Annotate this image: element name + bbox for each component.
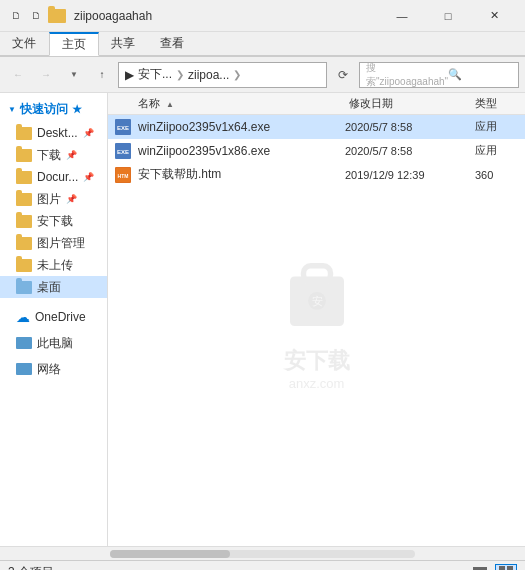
horizontal-scrollbar[interactable] — [0, 546, 525, 560]
refresh-button[interactable]: ⟳ — [331, 63, 355, 87]
sidebar-item-unupload[interactable]: 未上传 — [0, 254, 107, 276]
folder-icon-docs — [16, 171, 32, 184]
svg-rect-10 — [473, 567, 487, 570]
sidebar-item-zhuomian[interactable]: 桌面 — [0, 276, 107, 298]
onedrive-icon: ☁ — [16, 309, 30, 325]
col-name-header[interactable]: 名称 ▲ — [108, 96, 345, 111]
computer-icon — [16, 337, 32, 349]
sidebar-item-label: 未上传 — [37, 257, 73, 274]
svg-rect-0 — [290, 276, 344, 326]
close-button[interactable]: ✕ — [471, 0, 517, 32]
status-bar: 3 个项目 — [0, 560, 525, 570]
svg-rect-13 — [499, 566, 505, 571]
detail-view-button[interactable] — [495, 564, 517, 571]
col-date-header[interactable]: 修改日期 — [345, 96, 475, 111]
table-row[interactable]: EXE winZiipoo2395v1x86.exe 2020/5/7 8:58… — [108, 139, 525, 163]
pin-icon-3: 📌 — [83, 172, 94, 182]
sidebar-item-desktop[interactable]: Deskt... 📌 — [0, 122, 107, 144]
watermark-bag-svg: 安 — [272, 249, 362, 339]
tab-share[interactable]: 共享 — [99, 32, 148, 55]
sidebar-item-onedrive[interactable]: ☁ OneDrive — [0, 306, 107, 328]
search-placeholder: 搜索"ziipooagaahah" — [366, 61, 448, 89]
svg-text:HTM: HTM — [118, 173, 129, 179]
pin-icon: 📌 — [83, 128, 94, 138]
file-date-3: 2019/12/9 12:39 — [345, 169, 475, 181]
forward-button[interactable]: → — [34, 63, 58, 87]
title-bar: 🗋 🗋 ziipooagaahah — □ ✕ — [0, 0, 525, 32]
sidebar-item-downloads[interactable]: 下载 📌 — [0, 144, 107, 166]
sidebar-item-network[interactable]: 网络 — [0, 358, 107, 380]
sidebar-item-label: 桌面 — [37, 279, 61, 296]
ribbon: 文件 主页 共享 查看 — [0, 32, 525, 57]
file-icon-htm: HTM — [108, 167, 138, 183]
file-type-1: 应用 — [475, 119, 525, 134]
recent-locations-button[interactable]: ▼ — [62, 63, 86, 87]
address-part-1: 安下... — [138, 66, 172, 83]
view-toggle — [469, 564, 517, 571]
folder-icon-downloads — [16, 149, 32, 162]
svg-rect-14 — [507, 566, 513, 571]
sidebar: ▼ 快速访问 ★ Deskt... 📌 下载 📌 Docur... 📌 图片 📌… — [0, 93, 108, 546]
folder-icon — [48, 9, 66, 23]
sidebar-item-label: 安下载 — [37, 213, 73, 230]
exe-icon-1: EXE — [115, 119, 131, 135]
item-count: 3 个项目 — [8, 564, 54, 570]
table-row[interactable]: HTM 安下载帮助.htm 2019/12/9 12:39 360 — [108, 163, 525, 187]
doc-icon-2: 🗋 — [28, 8, 44, 24]
file-list-header: 名称 ▲ 修改日期 类型 — [108, 93, 525, 115]
address-sep-1: ❯ — [176, 69, 184, 80]
sidebar-item-anxia[interactable]: 安下载 — [0, 210, 107, 232]
tab-view[interactable]: 查看 — [148, 32, 197, 55]
pin-icon-2: 📌 — [66, 150, 77, 160]
file-list: 安 安下载 anxz.com 名称 ▲ 修改日期 类型 — [108, 93, 525, 546]
pin-icon-4: 📌 — [66, 194, 77, 204]
up-button[interactable]: ↑ — [90, 63, 114, 87]
sidebar-item-label: Deskt... — [37, 126, 78, 140]
address-bar[interactable]: ▶ 安下... ❯ ziipoa... ❯ — [118, 62, 327, 88]
col-type-header[interactable]: 类型 — [475, 96, 525, 111]
list-view-button[interactable] — [469, 564, 491, 571]
watermark: 安 安下载 anxz.com — [272, 249, 362, 390]
file-name-3: 安下载帮助.htm — [138, 166, 345, 183]
sidebar-item-pictures[interactable]: 图片 📌 — [0, 188, 107, 210]
tab-file[interactable]: 文件 — [0, 32, 49, 55]
tab-home[interactable]: 主页 — [49, 32, 99, 56]
sidebar-item-docs[interactable]: Docur... 📌 — [0, 166, 107, 188]
hscroll-thumb[interactable] — [110, 550, 230, 558]
svg-text:EXE: EXE — [117, 125, 129, 131]
table-row[interactable]: EXE winZiipoo2395v1x64.exe 2020/5/7 8:58… — [108, 115, 525, 139]
sidebar-item-picmgr[interactable]: 图片管理 — [0, 232, 107, 254]
file-icon-exe1: EXE — [108, 119, 138, 135]
doc-icon-1: 🗋 — [8, 8, 24, 24]
file-name-1: winZiipoo2395v1x64.exe — [138, 120, 345, 134]
window-title: ziipooagaahah — [74, 9, 379, 23]
back-button[interactable]: ← — [6, 63, 30, 87]
search-bar[interactable]: 搜索"ziipooagaahah" 🔍 — [359, 62, 519, 88]
folder-icon-picmgr — [16, 237, 32, 250]
file-type-2: 应用 — [475, 143, 525, 158]
sidebar-network-label: 网络 — [37, 361, 61, 378]
ribbon-tabs: 文件 主页 共享 查看 — [0, 32, 525, 56]
nav-bar: ← → ▼ ↑ ▶ 安下... ❯ ziipoa... ❯ ⟳ 搜索"ziipo… — [0, 57, 525, 93]
address-sep-2: ❯ — [233, 69, 241, 80]
window-controls: — □ ✕ — [379, 0, 517, 32]
minimize-button[interactable]: — — [379, 0, 425, 32]
quick-access-label: 快速访问 — [20, 101, 68, 118]
folder-icon-unupload — [16, 259, 32, 272]
sidebar-thispc-label: 此电脑 — [37, 335, 73, 352]
watermark-sub: anxz.com — [289, 375, 345, 390]
search-icon: 🔍 — [448, 68, 512, 81]
watermark-text: 安下载 — [284, 345, 350, 375]
sidebar-item-label: 图片管理 — [37, 235, 85, 252]
sort-arrow: ▲ — [166, 100, 174, 109]
quick-access-header[interactable]: ▼ 快速访问 ★ — [0, 97, 107, 122]
file-icon-exe2: EXE — [108, 143, 138, 159]
folder-icon-desktop — [16, 127, 32, 140]
maximize-button[interactable]: □ — [425, 0, 471, 32]
folder-icon-pictures — [16, 193, 32, 206]
sidebar-item-thispc[interactable]: 此电脑 — [0, 332, 107, 354]
svg-rect-1 — [303, 265, 330, 281]
main-layout: ▼ 快速访问 ★ Deskt... 📌 下载 📌 Docur... 📌 图片 📌… — [0, 93, 525, 546]
chevron-down-icon: ▼ — [8, 105, 16, 114]
svg-point-2 — [308, 291, 326, 309]
